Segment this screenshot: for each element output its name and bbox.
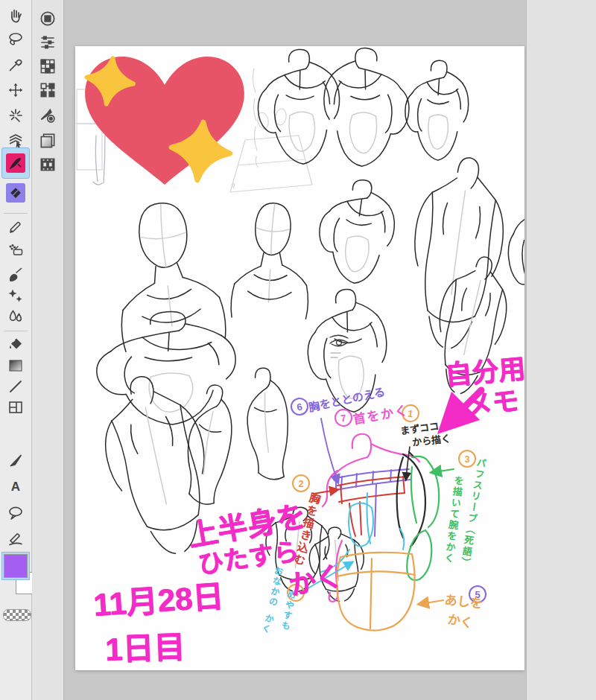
lasso-tool-button[interactable] [2,28,29,51]
sub-tool-panel-button[interactable] [34,104,61,127]
line-tool-button[interactable] [2,375,29,398]
eraser-tool-button[interactable] [2,182,29,204]
move-tool-button[interactable] [2,79,29,101]
frame-icon [7,398,25,416]
grid-icon [38,57,57,76]
faint-leg-sketch [93,134,105,185]
layer-panel-button[interactable] [34,130,61,152]
move-icon [7,81,25,99]
line-icon [7,378,25,395]
decoration-tool-button[interactable] [2,284,29,307]
toolbar-divider [4,213,28,214]
balloon-icon [7,504,25,522]
pencil-tool-button[interactable] [2,216,29,238]
pen-tool-button[interactable] [2,148,29,178]
bucket-icon [7,336,25,354]
sparkling-heart-sticker [83,55,244,185]
hand-tool-button[interactable] [2,4,29,27]
layer-select-icon [7,132,25,150]
lasso-icon [7,31,25,48]
brush-tool-button[interactable] [2,264,29,286]
tutorial-figure [321,434,439,631]
eye-doodle [330,335,348,357]
balloon-tool-button[interactable] [2,502,29,524]
eyedropper-tool-button[interactable] [2,54,29,76]
material-panel-button[interactable] [34,79,61,101]
right-panel [526,0,596,700]
step3-number: 3 [458,450,476,468]
frame-border-tool-button[interactable] [2,396,29,419]
navigator-icon [38,9,57,28]
correction-icon [7,529,25,547]
canvas-page[interactable]: 自分用 メモ まずココ から描く 1 2 胸を描き込む 3 パフスリーブ（死語）… [75,46,524,670]
gradient-tool-button[interactable] [2,354,29,377]
paint-app-window: A [0,0,596,700]
magic-wand-icon [7,106,25,124]
tool-column: A [0,0,32,700]
color-set-panel-button[interactable] [34,55,61,77]
triangle-icon [7,452,25,470]
red-step2-arrow [314,490,336,494]
timeline-panel-button[interactable] [34,153,61,176]
figure-tool-button[interactable] [2,450,29,472]
text-icon: A [7,477,25,495]
blend-icon [7,308,25,325]
blend-tool-button[interactable] [2,305,29,328]
sketch-artwork [75,46,524,670]
airbrush-icon [7,242,25,260]
sliders-icon [38,33,57,52]
toolbar-divider [4,331,28,331]
auto-select-tool-button[interactable] [2,104,29,127]
eraser-icon [6,183,25,203]
sparkle-icon [7,287,25,305]
paper-icon [38,131,57,150]
text-tool-button[interactable]: A [2,475,29,497]
green-step3-arrow [434,469,454,472]
svg-text:A: A [11,480,20,494]
filmstrip-icon [38,155,57,174]
brush-icon [7,266,25,284]
main-color-swatch[interactable] [4,554,28,578]
canvas-workspace: 自分用 メモ まずココ から描く 1 2 胸を描き込む 3 パフスリーブ（死語）… [64,0,526,700]
pink-memo-arrow [451,390,481,420]
gradient-icon [7,357,25,375]
pencil-icon [7,218,25,236]
navigator-panel-button[interactable] [34,7,61,30]
pen-target-icon [38,106,57,125]
black-step1-arrow [406,447,410,478]
palette-button-column [32,0,64,700]
tool-property-panel-button[interactable] [34,31,61,54]
step5-number: 5 [469,585,486,603]
airbrush-tool-button[interactable] [2,240,29,262]
pen-icon [6,153,25,173]
eyedropper-icon [7,56,25,74]
orange-step5-arrow [421,600,443,604]
hand-icon [7,7,25,25]
transparent-color-swatch[interactable] [3,609,31,621]
correction-line-tool-button[interactable] [2,527,29,550]
step2-number: 2 [292,474,310,492]
fill-tool-button[interactable] [2,334,29,356]
nodes-icon [38,80,57,100]
